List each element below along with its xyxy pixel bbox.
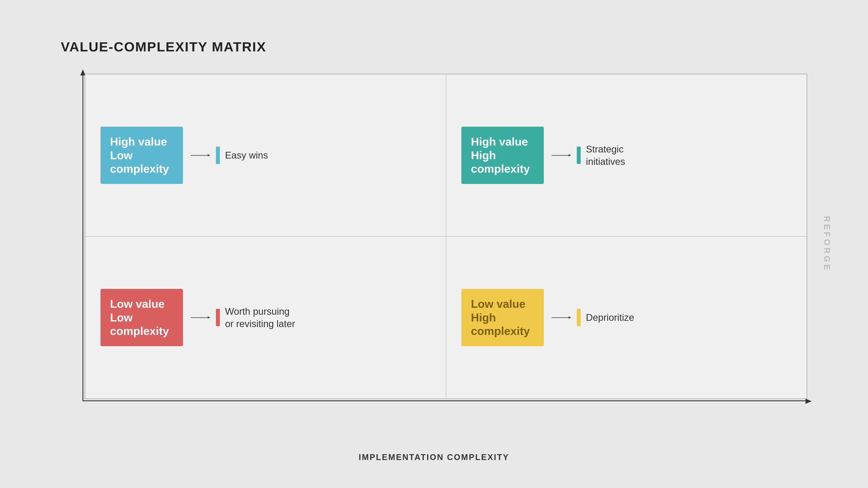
connector-tr bbox=[552, 155, 569, 156]
quadrant-top-right: High value High complexity Strategic ini… bbox=[446, 74, 807, 236]
box-high-value-low-complexity: High value Low complexity bbox=[100, 127, 183, 184]
quadrant-label-br: Deprioritize bbox=[586, 311, 634, 324]
box-line1-tr: High value bbox=[471, 135, 534, 148]
box-line2-tl: Low complexity bbox=[110, 149, 174, 176]
box-low-value-high-complexity: Low value High complexity bbox=[461, 289, 544, 346]
box-line1-bl: Low value bbox=[110, 297, 174, 311]
color-bar-br bbox=[577, 309, 581, 326]
page-title: VALUE-COMPLEXITY MATRIX bbox=[61, 39, 266, 55]
box-low-value-low-complexity: Low value Low complexity bbox=[100, 289, 183, 346]
box-line2-br: High complexity bbox=[471, 311, 534, 338]
quadrant-grid: High value Low complexity Easy wins High… bbox=[85, 74, 807, 399]
quadrant-top-left: High value Low complexity Easy wins bbox=[85, 74, 446, 236]
x-axis-line bbox=[83, 400, 807, 401]
arrow-bl bbox=[191, 317, 208, 318]
box-line1-br: Low value bbox=[471, 297, 534, 311]
watermark: REFORGE bbox=[823, 216, 832, 272]
x-axis-arrow bbox=[806, 399, 812, 404]
connector-br bbox=[552, 317, 569, 318]
box-line1-tl: High value bbox=[110, 135, 174, 148]
quadrant-label-tl: Easy wins bbox=[225, 149, 268, 161]
arrow-br bbox=[552, 317, 569, 318]
arrow-tl bbox=[191, 155, 208, 156]
axis-area: High value Low complexity Easy wins High… bbox=[83, 74, 807, 401]
box-high-value-high-complexity: High value High complexity bbox=[461, 127, 544, 184]
box-line2-tr: High complexity bbox=[471, 149, 534, 176]
quadrant-bottom-left: Low value Low complexity Worth pursuing … bbox=[85, 236, 446, 399]
matrix-container: BUSINESS VALUE IMPLEMENTATION COMPLEXITY… bbox=[61, 74, 807, 423]
quadrant-bottom-right: Low value High complexity Deprioritize bbox=[446, 236, 807, 399]
arrow-tr bbox=[552, 155, 569, 156]
x-axis-label: IMPLEMENTATION COMPLEXITY bbox=[359, 453, 509, 462]
quadrant-label-tr: Strategic initiatives bbox=[586, 143, 625, 168]
quadrant-label-bl: Worth pursuing or revisiting later bbox=[225, 305, 295, 330]
color-bar-tl bbox=[216, 147, 220, 164]
connector-bl bbox=[191, 317, 208, 318]
y-axis-line bbox=[83, 74, 83, 401]
box-line2-bl: Low complexity bbox=[110, 311, 174, 338]
color-bar-bl bbox=[216, 309, 220, 326]
connector-tl bbox=[191, 155, 208, 156]
color-bar-tr bbox=[577, 147, 581, 164]
